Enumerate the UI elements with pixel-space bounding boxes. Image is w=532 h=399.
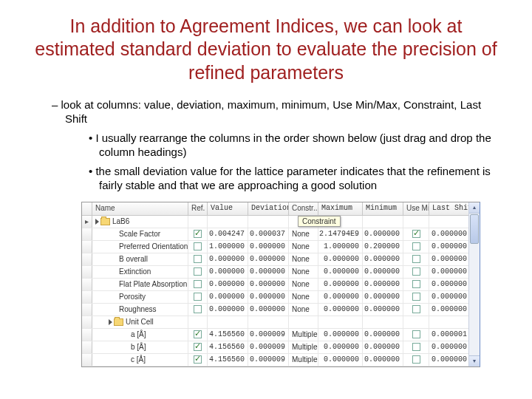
cell-ref[interactable] — [188, 279, 208, 290]
checkbox[interactable] — [194, 255, 202, 263]
table-row[interactable]: b [Å]4.1565600.000009Multiple..0.0000000… — [82, 341, 480, 354]
checkbox[interactable] — [194, 355, 202, 364]
cell-name[interactable]: Roughness — [92, 304, 188, 316]
cell-ref[interactable] — [188, 266, 208, 278]
checkbox[interactable] — [194, 343, 202, 351]
checkbox[interactable] — [194, 293, 202, 301]
table-row[interactable]: Porosity0.0000000.000000None0.0000000.00… — [82, 291, 480, 304]
checkbox[interactable] — [194, 242, 202, 250]
expand-icon[interactable] — [95, 219, 99, 225]
cell-useminmax[interactable] — [403, 279, 429, 290]
cell-useminmax[interactable] — [403, 291, 429, 303]
cell-name[interactable]: Unit Cell — [92, 316, 188, 328]
cell-ref[interactable] — [188, 341, 208, 353]
cell-useminmax[interactable] — [403, 241, 429, 253]
checkbox[interactable] — [412, 330, 420, 338]
cell-ref[interactable] — [188, 228, 208, 240]
cell-useminmax[interactable] — [403, 216, 429, 228]
cell-useminmax[interactable] — [403, 316, 429, 328]
cell-name[interactable]: LaB6 — [92, 216, 188, 228]
cell-deviation — [248, 216, 289, 228]
cell-lastshift: 0.000000 — [429, 228, 470, 240]
bullet-level2-b: the small deviation value for the lattic… — [89, 164, 502, 193]
cell-value: 0.000000 — [208, 266, 248, 278]
checkbox[interactable] — [412, 355, 420, 364]
cell-deviation: 0.000000 — [248, 253, 289, 265]
cell-maximum: 0.000000 — [318, 279, 363, 290]
cell-useminmax[interactable] — [403, 266, 429, 278]
cell-deviation — [248, 316, 289, 328]
checkbox[interactable] — [412, 230, 420, 238]
table-row[interactable]: ▸LaB6 — [82, 216, 480, 228]
cell-name[interactable]: Flat Plate Absorption C.. — [92, 279, 188, 290]
table-row[interactable]: Extinction0.0000000.000000None0.0000000.… — [82, 266, 480, 279]
table-row[interactable]: a [Å]4.1565600.000009Multiple..0.0000000… — [82, 329, 480, 341]
cell-ref[interactable] — [188, 329, 208, 341]
checkbox[interactable] — [412, 255, 420, 263]
cell-minimum: 0.000000 — [363, 291, 403, 303]
table-row[interactable]: c [Å]4.1565600.000009Multiple..0.0000000… — [82, 354, 480, 366]
checkbox[interactable] — [412, 305, 420, 313]
col-header-lastshift[interactable]: Last Shift — [429, 202, 470, 215]
col-header-name[interactable]: Name — [92, 202, 188, 215]
cell-value: 0.000000 — [208, 291, 248, 303]
cell-value: 0.000000 — [208, 279, 248, 290]
col-header-deviation[interactable]: Deviation — [248, 202, 289, 215]
cell-lastshift: 0.000000 — [429, 279, 470, 290]
cell-ref[interactable] — [188, 354, 208, 366]
checkbox[interactable] — [412, 267, 420, 276]
cell-ref[interactable] — [188, 253, 208, 265]
checkbox[interactable] — [194, 305, 202, 313]
cell-constraint: None — [289, 241, 318, 253]
vertical-scrollbar[interactable]: ▴ ▾ — [468, 202, 480, 366]
row-marker-header — [82, 202, 92, 215]
col-header-minimum[interactable]: Minimum — [363, 202, 403, 215]
checkbox[interactable] — [194, 330, 202, 338]
table-row[interactable]: Flat Plate Absorption C..0.0000000.00000… — [82, 279, 480, 291]
cell-name[interactable]: Porosity — [92, 291, 188, 303]
cell-deviation: 0.000000 — [248, 279, 289, 290]
cell-useminmax[interactable] — [403, 329, 429, 341]
cell-maximum: 0.000000 — [318, 329, 363, 341]
col-header-ref[interactable]: Ref. — [188, 202, 208, 215]
cell-lastshift: 0.000000 — [429, 253, 470, 265]
table-row[interactable]: B overall0.0000000.000000None0.0000000.0… — [82, 253, 480, 266]
cell-useminmax[interactable] — [403, 354, 429, 366]
checkbox[interactable] — [412, 343, 420, 351]
cell-name[interactable]: b [Å] — [92, 341, 188, 353]
cell-constraint: None — [289, 228, 318, 240]
cell-name[interactable]: Preferred Orientation — [92, 241, 188, 253]
table-row[interactable]: Preferred Orientation1.0000000.000000Non… — [82, 241, 480, 253]
cell-useminmax[interactable] — [403, 341, 429, 353]
table-row[interactable]: Roughness0.0000000.000000None0.0000000.0… — [82, 304, 480, 316]
col-header-constraint[interactable]: Constr.. — [289, 202, 318, 215]
cell-ref[interactable] — [188, 241, 208, 253]
cell-ref[interactable] — [188, 316, 208, 328]
cell-ref[interactable] — [188, 216, 208, 228]
checkbox[interactable] — [194, 280, 202, 288]
checkbox[interactable] — [194, 267, 202, 276]
checkbox[interactable] — [412, 242, 420, 250]
cell-useminmax[interactable] — [403, 228, 429, 240]
scroll-up-button[interactable]: ▴ — [469, 202, 480, 214]
checkbox[interactable] — [412, 293, 420, 301]
scroll-down-button[interactable]: ▾ — [469, 355, 480, 366]
col-header-maximum[interactable]: Maximum — [318, 202, 363, 215]
col-header-value[interactable]: Value — [208, 202, 248, 215]
checkbox[interactable] — [412, 280, 420, 288]
cell-name[interactable]: a [Å] — [92, 329, 188, 341]
table-row[interactable]: Unit Cell — [82, 316, 480, 329]
table-row[interactable]: Scale Factor0.0042470.000037None2.14794E… — [82, 228, 480, 241]
cell-name[interactable]: B overall — [92, 253, 188, 265]
scroll-thumb[interactable] — [470, 214, 479, 244]
cell-ref[interactable] — [188, 304, 208, 316]
cell-ref[interactable] — [188, 291, 208, 303]
col-header-useminmax[interactable]: Use Mi.. — [403, 202, 429, 215]
cell-name[interactable]: c [Å] — [92, 354, 188, 366]
checkbox[interactable] — [194, 230, 202, 238]
expand-icon[interactable] — [109, 319, 112, 325]
cell-useminmax[interactable] — [403, 253, 429, 265]
cell-name[interactable]: Scale Factor — [92, 228, 188, 240]
cell-useminmax[interactable] — [403, 304, 429, 316]
cell-name[interactable]: Extinction — [92, 266, 188, 278]
